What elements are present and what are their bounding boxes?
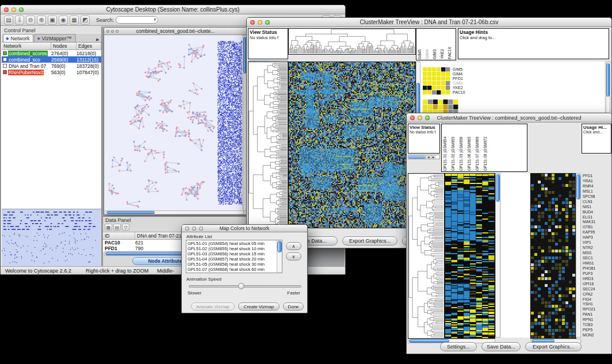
gene-label[interactable]: VIP1 <box>583 240 611 245</box>
scrollbar-thumb[interactable] <box>606 63 610 97</box>
gene-label[interactable]: HMG1 <box>583 260 611 266</box>
control-panel-tab[interactable]: ◆ Network <box>3 34 33 42</box>
move-down-button[interactable]: ∨ <box>286 252 301 260</box>
select-attributes-icon[interactable]: ▤ <box>113 224 121 231</box>
row-label[interactable]: GIM4 <box>453 72 465 76</box>
gene-label[interactable]: RPN1 <box>583 317 611 322</box>
scrollbar-thumb[interactable] <box>496 174 500 202</box>
gene-label[interactable]: NTR2 <box>583 245 611 250</box>
scrollbar-thumb[interactable] <box>576 174 580 200</box>
control-panel-tab[interactable]: ◆ VizMapper™ <box>34 34 75 42</box>
minimize-button[interactable] <box>418 116 422 120</box>
tab-overflow-arrow[interactable]: ▶ <box>94 37 101 42</box>
gene-label[interactable]: HAP3 <box>583 235 611 240</box>
close-button[interactable] <box>185 227 189 231</box>
column-label[interactable]: PAC10 <box>447 29 454 59</box>
gene-label[interactable]: ELG1 <box>583 214 611 220</box>
overview-icon[interactable]: ▦ <box>70 16 79 25</box>
network-table-header-cell[interactable]: Edges <box>76 43 101 49</box>
gene-label[interactable]: CLN1 <box>583 199 611 204</box>
network-canvas[interactable] <box>105 35 244 211</box>
gene-label[interactable]: YSH1 <box>583 301 611 306</box>
minimize-button[interactable] <box>12 7 16 12</box>
import-icon[interactable]: ⇩ <box>15 16 24 25</box>
attribute-item[interactable]: GPL51-04 (GSM857) heat shock 20 min <box>188 256 276 262</box>
column-label[interactable]: GPL51-07 (GSM868 <box>475 125 483 171</box>
column-label[interactable]: GPL51-01 (GSM854 <box>443 125 450 171</box>
gene-label[interactable]: MON2 <box>583 332 611 338</box>
animation-speed-slider[interactable] <box>189 285 301 288</box>
row-label[interactable]: PAC10 <box>453 90 465 95</box>
minimize-button[interactable] <box>192 227 196 231</box>
gene-label[interactable]: SEC1 <box>583 255 611 260</box>
row-label[interactable]: GIM5 <box>453 67 465 72</box>
maximize-button[interactable] <box>19 7 24 12</box>
column-label[interactable]: YKE2 <box>440 29 447 59</box>
dna-heatmap-canvas[interactable] <box>288 62 416 228</box>
column-label[interactable]: GIM3 <box>433 29 439 59</box>
column-label[interactable]: GPL51-02 (GSM855 <box>451 125 458 171</box>
column-dendrogram-canvas[interactable] <box>288 28 416 55</box>
zoom-selected-icon[interactable]: ◉ <box>59 16 68 25</box>
zoom-out-icon[interactable]: ⊖ <box>26 16 35 25</box>
search-input[interactable]: ▾ <box>116 16 158 24</box>
zoom-heatmap-canvas[interactable] <box>530 173 576 339</box>
network-table-header-cell[interactable]: Network <box>2 43 51 49</box>
gene-label[interactable]: KAP95 <box>583 229 611 235</box>
open-folder-icon[interactable]: ▤ <box>4 16 13 25</box>
gene-label[interactable]: CPA2 <box>583 292 611 297</box>
network-view-titlebar[interactable]: combined_scores_good.txt--cluste... <box>104 28 247 35</box>
network-hscrollbar[interactable] <box>105 210 244 214</box>
column-label[interactable]: GIM4 <box>425 29 432 59</box>
map-dialog-titlebar[interactable]: Map Colors to Network <box>182 225 307 232</box>
column-label[interactable]: GPL51-03 (GSM856 <box>459 125 466 171</box>
column-label[interactable]: GPL51-06 (GSM865 <box>467 125 475 171</box>
row-dendrogram-canvas[interactable] <box>248 62 288 228</box>
gene-label[interactable]: MSL1 <box>583 189 611 194</box>
network-table-header-cell[interactable]: Nodes <box>51 43 76 49</box>
gene-label[interactable]: MAK31 <box>583 219 611 224</box>
network-row[interactable]: combined_scores 2764(0) 16218(0) <box>2 50 101 56</box>
zoom-in-icon[interactable]: ⊕ <box>37 16 46 25</box>
gene-label[interactable]: SEC24 <box>583 286 611 292</box>
maximize-button[interactable] <box>199 227 203 231</box>
row-label[interactable]: PFD1 <box>453 76 465 81</box>
close-button[interactable] <box>4 7 9 12</box>
row-dendrogram-canvas[interactable] <box>408 173 445 339</box>
vizmapper-icon[interactable]: ◩ <box>81 16 90 25</box>
gene-label[interactable]: MSI1 <box>583 250 611 255</box>
attribute-list-vscrollbar[interactable] <box>277 240 282 273</box>
gene-label[interactable]: SPC98 <box>583 194 611 199</box>
scrollbar-thumb[interactable] <box>408 155 426 159</box>
gene-label[interactable]: PFD1 <box>583 173 611 178</box>
export-graphics-button[interactable]: Export Graphics... <box>342 236 397 246</box>
maximize-button[interactable] <box>265 20 270 25</box>
treeview-dna-titlebar[interactable]: ClusterMaker TreeView : DNA and Tran 07-… <box>247 18 611 27</box>
export-graphics-button[interactable]: Export Graphics... <box>525 342 582 351</box>
dna-zoom-matrix-canvas[interactable] <box>423 67 450 95</box>
network-row[interactable]: combined_sco 2569(6) 13112(15) <box>2 56 101 63</box>
settings-button[interactable]: Settings... <box>440 342 477 351</box>
network-overview-canvas[interactable] <box>2 209 101 266</box>
gene-label[interactable]: RPO21 <box>583 306 611 312</box>
view-status-scrollbar[interactable]: ◀ ▶ <box>408 155 440 159</box>
column-label[interactable]: GPL51-08 (GSM872 <box>483 125 491 171</box>
scrollbar-thumb[interactable] <box>106 211 155 214</box>
heatmap-vscrollbar[interactable] <box>495 173 500 338</box>
gene-label[interactable]: FIG4 <box>583 297 611 302</box>
gene-label[interactable]: YRA1 <box>583 178 611 183</box>
gene-label[interactable]: HRD3 <box>583 276 611 281</box>
gene-label[interactable]: BUD4 <box>583 209 611 214</box>
move-up-button[interactable]: ∧ <box>286 242 301 250</box>
network-row[interactable]: DNA and Tran 07 769(0) 183728(0) <box>2 63 101 69</box>
gene-label[interactable]: TCB3 <box>583 322 611 327</box>
row-label[interactable]: YKE2 <box>453 86 465 90</box>
gene-label[interactable]: RNR4 <box>583 183 611 189</box>
trash-icon[interactable]: ▽ <box>122 224 129 231</box>
network-row[interactable]: RNAPuberNov2 563(0) 107847(0) <box>2 69 101 75</box>
close-button[interactable] <box>410 116 415 120</box>
gene-label[interactable]: PUF3 <box>583 271 611 276</box>
attribute-table-icon[interactable]: ▦ <box>105 224 112 231</box>
network-overview-panel[interactable] <box>2 209 101 266</box>
gene-label[interactable]: NIS1 <box>583 204 611 209</box>
